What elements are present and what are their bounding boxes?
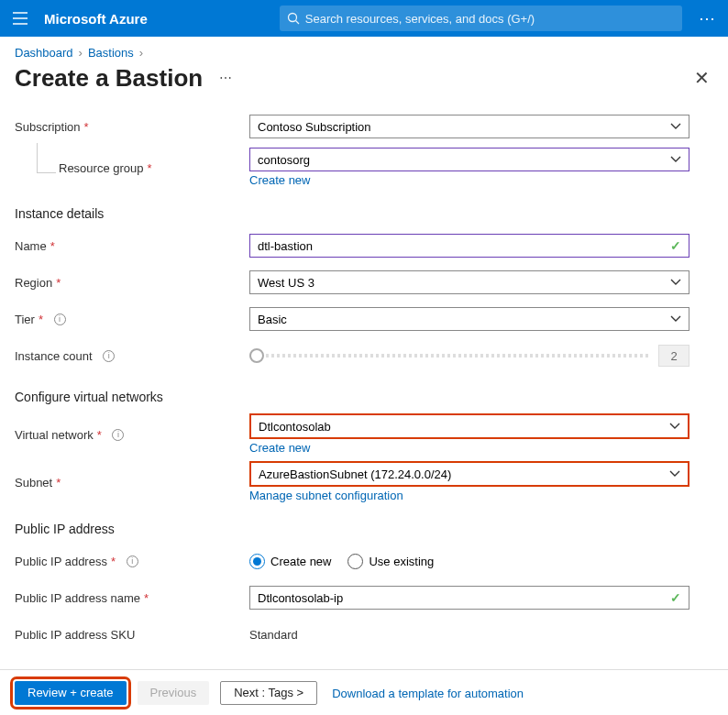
next-tags-button[interactable]: Next : Tags > bbox=[220, 681, 317, 705]
instance-count-value: 2 bbox=[658, 345, 689, 367]
vnet-label: Virtual network* i bbox=[15, 428, 249, 442]
tier-select[interactable]: Basic bbox=[249, 307, 689, 331]
search-input[interactable]: Search resources, services, and docs (G+… bbox=[280, 6, 682, 31]
search-placeholder: Search resources, services, and docs (G+… bbox=[305, 12, 535, 26]
instance-count-slider[interactable] bbox=[249, 354, 651, 358]
region-select[interactable]: West US 3 bbox=[249, 270, 689, 294]
breadcrumb-bastions[interactable]: Bastions bbox=[88, 46, 134, 60]
chevron-down-icon bbox=[669, 468, 680, 479]
chevron-down-icon bbox=[670, 277, 681, 288]
menu-icon[interactable] bbox=[7, 6, 33, 31]
tier-label: Tier* i bbox=[15, 313, 249, 326]
subnet-select[interactable]: AzureBastionSubnet (172.24.0.0/24) bbox=[249, 461, 689, 487]
chevron-down-icon bbox=[670, 121, 681, 132]
subnet-label: Subnet* bbox=[15, 476, 249, 490]
close-icon[interactable]: ✕ bbox=[690, 63, 713, 93]
download-template-link[interactable]: Download a template for automation bbox=[332, 687, 524, 700]
chevron-right-icon: › bbox=[79, 46, 83, 60]
page-title: Create a Bastion bbox=[15, 64, 203, 93]
brand-label: Microsoft Azure bbox=[44, 11, 148, 27]
section-vnet: Configure virtual networks bbox=[15, 390, 713, 404]
section-instance-details: Instance details bbox=[15, 206, 713, 221]
chevron-down-icon bbox=[670, 314, 681, 324]
manage-subnet-link[interactable]: Manage subnet configuration bbox=[249, 489, 403, 502]
create-new-vnet-link[interactable]: Create new bbox=[249, 441, 310, 455]
chevron-down-icon bbox=[670, 154, 681, 165]
resource-group-label: Resource group* bbox=[15, 161, 249, 175]
subscription-select[interactable]: Contoso Subscription bbox=[249, 115, 689, 138]
info-icon[interactable]: i bbox=[112, 429, 124, 441]
public-ip-name-label: Public IP address name* bbox=[15, 591, 249, 605]
public-ip-name-input[interactable]: Dtlcontosolab-ip bbox=[249, 586, 689, 610]
review-create-button[interactable]: Review + create bbox=[15, 681, 127, 705]
previous-button: Previous bbox=[138, 681, 210, 705]
more-actions-icon[interactable]: ⋯ bbox=[219, 71, 232, 85]
vnet-select[interactable]: Dtlcontosolab bbox=[249, 413, 689, 439]
instance-count-label: Instance count i bbox=[15, 349, 249, 363]
breadcrumb-dashboard[interactable]: Dashboard bbox=[15, 46, 73, 60]
chevron-down-icon bbox=[669, 421, 680, 432]
breadcrumb: Dashboard › Bastions › bbox=[0, 37, 728, 63]
info-icon[interactable]: i bbox=[54, 314, 66, 325]
public-ip-use-existing-radio[interactable]: Use existing bbox=[347, 554, 434, 569]
info-icon[interactable]: i bbox=[127, 556, 138, 567]
public-ip-sku-value: Standard bbox=[249, 628, 298, 642]
svg-line-4 bbox=[295, 21, 299, 25]
public-ip-create-new-radio[interactable]: Create new bbox=[249, 554, 331, 569]
form-body: Subscription* Contoso Subscription Resou… bbox=[0, 104, 728, 699]
svg-point-3 bbox=[288, 14, 296, 22]
footer: Review + create Previous Next : Tags > D… bbox=[0, 669, 728, 715]
info-icon[interactable]: i bbox=[103, 350, 115, 362]
title-row: Create a Bastion ⋯ ✕ bbox=[0, 63, 728, 104]
chevron-right-icon: › bbox=[139, 46, 143, 60]
public-ip-label: Public IP address* i bbox=[15, 555, 249, 568]
subscription-label: Subscription* bbox=[15, 120, 249, 134]
create-new-rg-link[interactable]: Create new bbox=[249, 173, 310, 187]
region-label: Region* bbox=[15, 276, 249, 290]
resource-group-select[interactable]: contosorg bbox=[249, 148, 689, 171]
top-bar: Microsoft Azure Search resources, servic… bbox=[0, 0, 728, 37]
more-icon[interactable]: ⋯ bbox=[693, 8, 721, 28]
name-input[interactable]: dtl-bastion bbox=[249, 234, 689, 258]
public-ip-sku-label: Public IP address SKU bbox=[15, 628, 249, 642]
section-public-ip: Public IP address bbox=[15, 522, 713, 536]
name-label: Name* bbox=[15, 239, 249, 253]
